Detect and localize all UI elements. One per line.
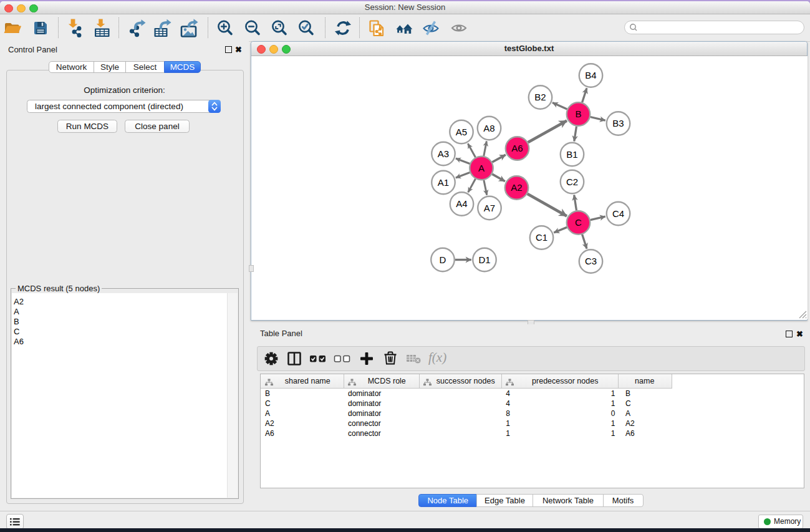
svg-text:B3: B3 bbox=[613, 118, 624, 129]
svg-text:C3: C3 bbox=[585, 256, 597, 267]
svg-text:A5: A5 bbox=[456, 127, 467, 137]
svg-text:C1: C1 bbox=[536, 233, 547, 243]
svg-text:B2: B2 bbox=[535, 92, 546, 103]
svg-text:A6: A6 bbox=[512, 143, 523, 154]
svg-text:C2: C2 bbox=[566, 177, 578, 187]
svg-text:D: D bbox=[440, 254, 446, 265]
svg-text:C4: C4 bbox=[612, 208, 624, 219]
svg-text:A4: A4 bbox=[456, 199, 468, 210]
svg-text:A3: A3 bbox=[438, 148, 449, 159]
svg-text:A7: A7 bbox=[484, 203, 495, 213]
svg-text:B: B bbox=[576, 109, 582, 120]
svg-text:A1: A1 bbox=[438, 177, 449, 188]
svg-text:C: C bbox=[575, 218, 582, 228]
svg-text:A8: A8 bbox=[484, 123, 495, 133]
svg-text:B4: B4 bbox=[586, 70, 597, 81]
svg-text:D1: D1 bbox=[479, 254, 491, 265]
svg-text:A: A bbox=[478, 163, 485, 173]
svg-text:A2: A2 bbox=[511, 183, 523, 193]
svg-text:B1: B1 bbox=[567, 149, 578, 160]
